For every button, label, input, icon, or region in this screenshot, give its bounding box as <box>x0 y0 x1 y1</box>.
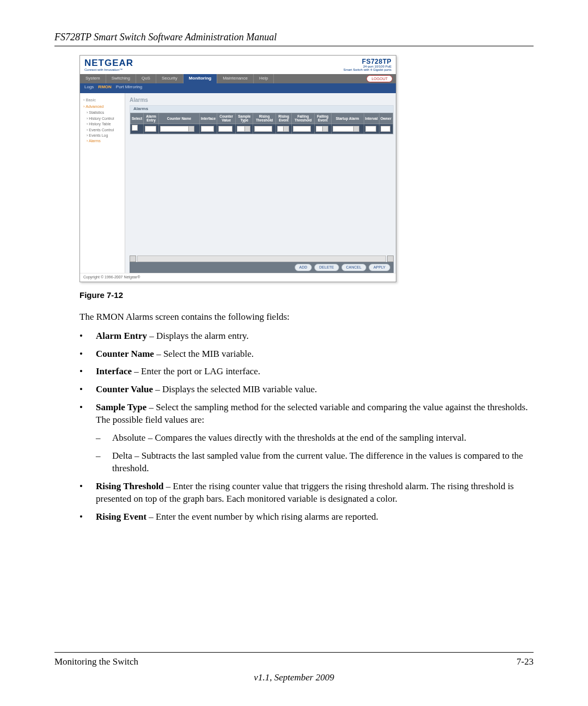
sidebar-item-statistics[interactable]: Statistics <box>87 110 122 115</box>
col-owner: Owner <box>379 113 393 124</box>
interface-input[interactable] <box>201 126 214 132</box>
list-item: Alarm Entry – Displays the alarm entry. <box>79 330 534 343</box>
delete-button[interactable]: DELETE <box>314 264 339 271</box>
sidebar-item-events-control[interactable]: Events Control <box>87 127 122 132</box>
running-head: FS728TP Smart Switch Software Administra… <box>54 31 534 44</box>
list-term: Alarm Entry <box>96 331 147 341</box>
row-checkbox-icon[interactable] <box>132 125 138 131</box>
nav-spacer <box>274 74 366 83</box>
scroll-right-icon[interactable] <box>387 255 394 262</box>
field-list: Alarm Entry – Displays the alarm entry. … <box>79 330 534 524</box>
sidebar-group-basic[interactable]: Basic <box>83 98 122 103</box>
list-desc: – Displays the alarm entry. <box>147 331 249 341</box>
subtab-rmon[interactable]: RMON <box>98 84 111 90</box>
copyright: Copyright © 1996-2007 Netgear® <box>80 273 396 282</box>
panel-title: Alarms <box>130 106 393 113</box>
list-term: Counter Name <box>96 349 154 359</box>
list-term: Interface <box>96 366 132 376</box>
tab-system[interactable]: System <box>80 74 106 83</box>
list-item: Sample Type – Select the sampling method… <box>79 401 534 475</box>
tab-switching[interactable]: Switching <box>106 74 136 83</box>
list-desc: – Displays the selected MIB variable val… <box>153 384 317 394</box>
subtab-port-mirroring[interactable]: Port Mirroring <box>116 84 142 90</box>
col-select: Select <box>131 113 144 124</box>
secondary-nav: Logs RMON Port Mirroring <box>80 83 396 93</box>
content-title: Alarms <box>130 96 394 104</box>
model-name: FS728TP <box>344 58 391 65</box>
list-item: Rising Event – Enter the event number by… <box>79 511 534 524</box>
col-rising-threshold: Rising Threshold <box>253 113 276 124</box>
owner-input[interactable] <box>381 126 390 132</box>
list-desc: – Enter the port or LAG interface. <box>132 366 260 376</box>
model-block: FS728TP 24-port 10/100 PoE Smart Switch … <box>344 58 391 71</box>
table-row <box>131 124 393 133</box>
sample-type-select[interactable] <box>237 126 250 132</box>
sidebar-item-history-table[interactable]: History Table <box>87 121 122 126</box>
cancel-button[interactable]: CANCEL <box>341 264 366 271</box>
col-interface: Interface <box>199 113 217 124</box>
list-item: Counter Name – Select the MIB variable. <box>79 348 534 361</box>
rising-event-select[interactable] <box>277 126 289 132</box>
list-item: Interface – Enter the port or LAG interf… <box>79 366 534 378</box>
col-rising-event: Rising Event <box>275 113 291 124</box>
brand-tagline: Connect with Innovation™ <box>84 68 133 72</box>
alarm-entry-input[interactable] <box>145 126 156 132</box>
add-button[interactable]: ADD <box>295 264 313 271</box>
falling-threshold-input[interactable] <box>293 126 311 132</box>
model-sub2: Smart Switch with 4 Gigabit ports <box>344 68 391 71</box>
subtab-logs[interactable]: Logs <box>84 84 94 90</box>
tab-security[interactable]: Security <box>156 74 183 83</box>
brand: NETGEAR Connect with Innovation™ <box>84 58 133 72</box>
sidebar: Basic Advanced Statistics History Contro… <box>80 93 125 273</box>
horizontal-scrollbar[interactable] <box>130 255 394 262</box>
rule-top <box>54 46 534 46</box>
list-desc: – Enter the event number by which rising… <box>146 512 378 522</box>
sidebar-item-alarms[interactable]: Alarms <box>87 138 122 143</box>
falling-event-select[interactable] <box>316 126 328 132</box>
interval-input[interactable] <box>365 126 377 132</box>
list-desc: – Select the sampling method for the sel… <box>96 402 528 425</box>
alarms-table: Select Alarm Entry Counter Name Interfac… <box>130 113 393 133</box>
list-term: Rising Event <box>96 512 146 522</box>
startup-alarm-select[interactable] <box>333 126 360 132</box>
sublist: Absolute – Compares the values directly … <box>96 432 534 475</box>
list-term: Rising Threshold <box>96 481 164 491</box>
tab-qos[interactable]: QoS <box>136 74 156 83</box>
tab-maintenance[interactable]: Maintenance <box>217 74 254 83</box>
page-footer: Monitoring the Switch 7-23 v1.1, Septemb… <box>54 652 534 684</box>
counter-name-select[interactable] <box>160 126 194 132</box>
footer-right: 7-23 <box>517 656 534 668</box>
list-item: Rising Threshold – Enter the rising coun… <box>79 480 534 506</box>
sidebar-group-advanced[interactable]: Advanced <box>83 104 122 109</box>
footer-version: v1.1, September 2009 <box>54 672 534 684</box>
tab-help[interactable]: Help <box>254 74 274 83</box>
footer-left: Monitoring the Switch <box>54 656 138 668</box>
scroll-left-icon[interactable] <box>130 255 136 262</box>
counter-value-input[interactable] <box>218 126 232 132</box>
apply-button[interactable]: APPLY <box>369 264 390 271</box>
tab-monitoring[interactable]: Monitoring <box>183 74 217 83</box>
primary-nav: System Switching QoS Security Monitoring… <box>80 74 396 83</box>
col-alarm-entry: Alarm Entry <box>144 113 159 124</box>
content: Alarms Alarms Select Alarm Entry Counter… <box>125 93 396 273</box>
col-counter-value: Counter Value <box>217 113 236 124</box>
logout-button[interactable]: LOGOUT <box>366 75 393 82</box>
scroll-track[interactable] <box>137 255 386 262</box>
col-counter-name: Counter Name <box>158 113 199 124</box>
rising-threshold-input[interactable] <box>254 126 272 132</box>
sublist-item: Delta – Subtracts the last sampled value… <box>96 450 534 475</box>
col-sample-type: Sample Type <box>236 113 253 124</box>
sublist-item: Absolute – Compares the values directly … <box>96 432 534 445</box>
col-falling-threshold: Falling Threshold <box>292 113 315 124</box>
app-header: NETGEAR Connect with Innovation™ FS728TP… <box>80 56 396 74</box>
list-desc: – Select the MIB variable. <box>154 349 254 359</box>
brand-name: NETGEAR <box>84 58 133 68</box>
sidebar-item-history-control[interactable]: History Control <box>87 116 122 121</box>
app-screenshot: NETGEAR Connect with Innovation™ FS728TP… <box>79 55 396 282</box>
col-interval: Interval <box>364 113 379 124</box>
figure-caption: Figure 7-12 <box>79 290 534 301</box>
rule-bottom <box>54 652 534 653</box>
list-item: Counter Value – Displays the selected MI… <box>79 384 534 396</box>
list-term: Sample Type <box>96 402 146 412</box>
sidebar-item-events-log[interactable]: Events Log <box>87 133 122 138</box>
